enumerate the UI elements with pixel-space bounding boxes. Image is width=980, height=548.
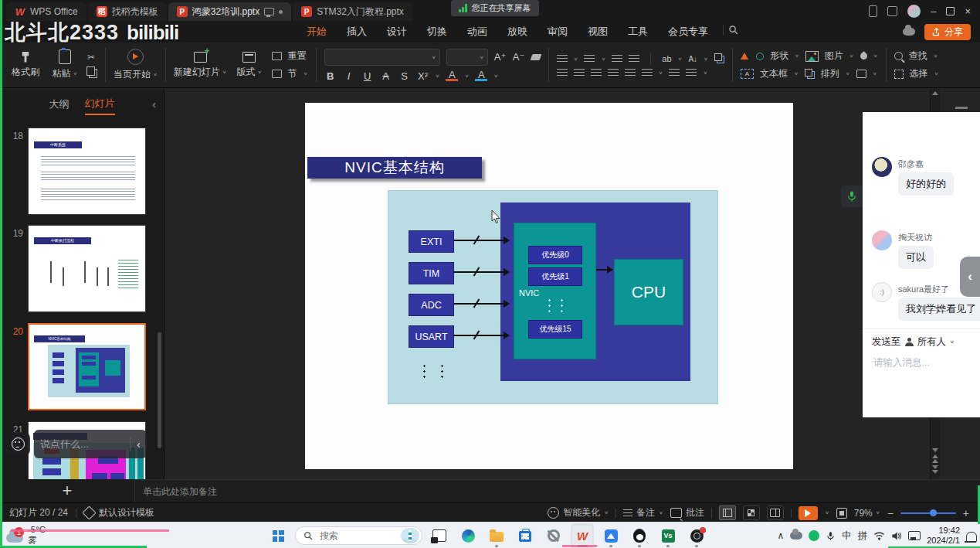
chat-input[interactable] — [872, 356, 968, 369]
distribute-icon[interactable] — [625, 69, 636, 77]
highlight-color-button[interactable]: A — [475, 70, 487, 81]
clock[interactable]: 19:42 2024/2/1 — [927, 526, 960, 546]
vs-app-button[interactable]: Vs — [656, 523, 680, 548]
menu-tools[interactable]: 工具 — [618, 25, 658, 39]
insert-textbox-button[interactable]: A文本框∨ — [741, 67, 799, 80]
fill-color-button[interactable]: ∨ — [860, 53, 878, 60]
thumbnail-scrollbar[interactable] — [158, 332, 161, 448]
menu-member[interactable]: 会员专享 — [658, 25, 718, 39]
tab-slides[interactable]: 幻灯片 — [85, 97, 115, 115]
danmaku-input[interactable]: 说点什么... — [40, 437, 124, 451]
scroll-up-icon[interactable] — [932, 91, 938, 95]
convert-smartart-icon[interactable] — [717, 56, 724, 63]
menu-home[interactable]: 开始 — [297, 25, 337, 39]
tab-wps-home[interactable]: W WPS Office — [6, 2, 86, 21]
text-direction-button[interactable]: A↓ — [688, 55, 697, 63]
shadow-button[interactable]: S — [398, 70, 411, 82]
new-slide-button[interactable]: 新建幻灯片∨ — [174, 52, 227, 79]
paste-button[interactable]: 粘贴∨ — [48, 49, 82, 80]
text-align-vertical-icon[interactable] — [686, 69, 697, 77]
cpu-block[interactable]: CPU — [614, 259, 683, 325]
columns-icon[interactable] — [669, 69, 680, 77]
avatar[interactable]: :) — [872, 282, 892, 302]
section-button[interactable]: 节∨ — [272, 67, 308, 80]
start-button[interactable] — [266, 523, 290, 548]
increase-font-button[interactable]: A⁺ — [494, 51, 507, 63]
cloud-sync-icon[interactable] — [903, 28, 915, 36]
align-left-icon[interactable] — [557, 69, 568, 77]
maximize-button[interactable] — [946, 7, 955, 15]
menu-insert[interactable]: 插入 — [337, 25, 377, 39]
thumbnail[interactable]: NVIC基本结构 — [28, 323, 146, 410]
increase-indent-icon[interactable] — [629, 55, 639, 63]
priority1-box[interactable]: 优先级1 — [528, 267, 582, 286]
emoji-button[interactable] — [6, 432, 30, 456]
send-to-row[interactable]: 发送至 所有人 ∨ — [863, 329, 980, 349]
scroll-down-icon[interactable] — [932, 448, 938, 452]
font-family-select[interactable]: ∨ — [324, 49, 440, 66]
priority0-box[interactable]: 优先级0 — [528, 246, 582, 264]
close-button[interactable]: × — [965, 8, 971, 15]
italic-button[interactable]: I — [343, 70, 355, 82]
smart-beautify-button[interactable]: 智能美化 ∨ — [548, 506, 609, 519]
notes-bar[interactable]: 单击此处添加备注 — [134, 479, 980, 503]
taskbar-search[interactable] — [295, 526, 422, 545]
mic-indicator[interactable] — [841, 186, 863, 207]
insert-shapes-button[interactable]: 形状∨ — [741, 49, 799, 63]
insert-picture-button[interactable]: 图片∨ — [805, 49, 854, 63]
ime-pinyin[interactable]: 拼 — [858, 529, 868, 543]
menu-design[interactable]: 设计 — [377, 25, 417, 39]
justify-icon[interactable] — [608, 69, 619, 77]
slideshow-play-button[interactable] — [799, 506, 818, 520]
menu-view[interactable]: 视图 — [578, 25, 618, 39]
menu-review[interactable]: 审阅 — [537, 25, 578, 39]
align-right-icon[interactable] — [591, 69, 602, 77]
slide-thumbnail-20[interactable]: 20 NVIC基本结构 — [8, 323, 146, 410]
edge-browser-button[interactable] — [456, 523, 480, 548]
zoom-level-button[interactable]: 79% ∨ — [854, 508, 880, 519]
nvic-block[interactable]: NVIC 优先级0 优先级1 优先级15 — [514, 223, 596, 359]
qq-button[interactable] — [628, 523, 651, 548]
numbered-list-icon[interactable] — [584, 55, 595, 63]
decrease-font-button[interactable]: A⁻ — [513, 51, 525, 63]
zoom-out-button[interactable]: − — [887, 507, 894, 519]
next-slide-button[interactable] — [932, 465, 938, 469]
tab-stm32-pptx[interactable]: P STM32入门教程.pptx — [293, 2, 412, 21]
menu-transition[interactable]: 切换 — [417, 25, 457, 39]
menu-animation[interactable]: 动画 — [457, 25, 497, 39]
battery-icon[interactable] — [908, 531, 921, 540]
slide-thumbnail-19[interactable]: 19 中断执行流程 — [8, 225, 146, 312]
notification-bell-icon[interactable] — [966, 532, 977, 542]
strikethrough-button[interactable]: A — [380, 70, 392, 82]
decrease-indent-icon[interactable] — [612, 55, 622, 63]
slide-title[interactable]: NVIC基本结构 — [307, 157, 482, 179]
thumbnail[interactable]: 中断执行流程 — [28, 225, 146, 312]
microsoft-store-button[interactable] — [514, 523, 537, 548]
font-color-button[interactable]: A — [446, 70, 458, 81]
tray-microphone-icon[interactable] — [826, 530, 836, 542]
usart-box[interactable]: USART — [409, 325, 454, 348]
account-avatar[interactable] — [907, 5, 921, 18]
share-button[interactable]: 分享 — [924, 24, 971, 40]
obs-button[interactable] — [685, 523, 708, 548]
find-button[interactable]: 查找∨ — [894, 49, 939, 63]
workspace-icon[interactable] — [887, 6, 897, 16]
volume-icon[interactable] — [891, 531, 902, 541]
avatar[interactable] — [872, 230, 892, 250]
slide-size-button[interactable]: ∨ — [856, 70, 877, 78]
danmaku-input-box[interactable]: 说点什么... ‹ — [34, 430, 147, 458]
format-painter-button[interactable]: 格式刷 — [8, 52, 42, 79]
clear-format-icon[interactable] — [530, 54, 541, 60]
ribbon-search-icon[interactable] — [728, 25, 739, 36]
wifi-icon[interactable] — [873, 531, 885, 540]
slide-layout-button[interactable]: 版式∨ — [232, 52, 266, 79]
superscript-button[interactable]: X² — [417, 70, 429, 82]
quick-menu-icon[interactable] — [28, 28, 38, 36]
ime-mode[interactable]: 中 — [842, 529, 852, 543]
chat-minimize-dash[interactable] — [955, 107, 968, 109]
chat-collapse-handle[interactable]: ‹ — [960, 257, 980, 297]
add-slide-button[interactable]: + — [63, 483, 73, 499]
play-from-current-button[interactable]: 当页开始∨ — [114, 49, 158, 81]
avatar[interactable] — [872, 157, 892, 177]
notes-button[interactable]: 备注 ∨ — [623, 506, 663, 519]
